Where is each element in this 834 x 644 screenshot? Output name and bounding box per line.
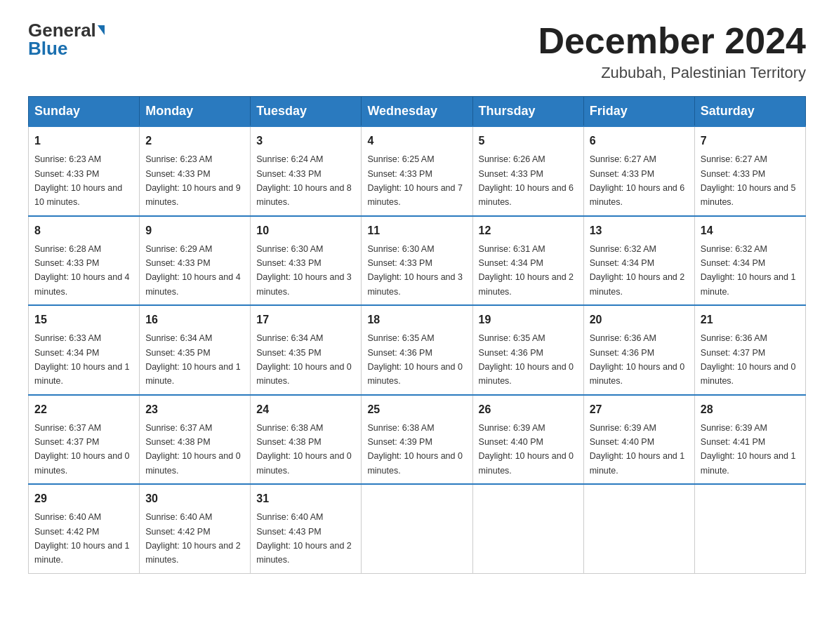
calendar-week-2: 8 Sunrise: 6:28 AMSunset: 4:33 PMDayligh… <box>29 216 806 306</box>
day-info: Sunrise: 6:39 AMSunset: 4:40 PMDaylight:… <box>590 423 685 476</box>
calendar-cell: 12 Sunrise: 6:31 AMSunset: 4:34 PMDaylig… <box>472 216 583 306</box>
calendar-cell: 4 Sunrise: 6:25 AMSunset: 4:33 PMDayligh… <box>362 126 472 216</box>
calendar-cell: 10 Sunrise: 6:30 AMSunset: 4:33 PMDaylig… <box>251 216 362 306</box>
day-info: Sunrise: 6:30 AMSunset: 4:33 PMDaylight:… <box>367 244 463 297</box>
day-number: 1 <box>34 133 133 149</box>
day-number: 9 <box>145 222 244 239</box>
day-info: Sunrise: 6:25 AMSunset: 4:33 PMDaylight:… <box>367 154 463 207</box>
calendar-cell: 23 Sunrise: 6:37 AMSunset: 4:38 PMDaylig… <box>140 395 251 485</box>
day-number: 2 <box>145 133 244 149</box>
day-info: Sunrise: 6:28 AMSunset: 4:33 PMDaylight:… <box>34 244 130 297</box>
calendar-table: SundayMondayTuesdayWednesdayThursdayFrid… <box>28 96 806 574</box>
calendar-week-5: 29 Sunrise: 6:40 AMSunset: 4:42 PMDaylig… <box>29 484 806 573</box>
logo-blue-text: Blue <box>28 39 67 58</box>
calendar-cell <box>362 484 472 573</box>
day-number: 7 <box>701 133 800 149</box>
day-info: Sunrise: 6:35 AMSunset: 4:36 PMDaylight:… <box>479 333 574 386</box>
header-day-sunday: Sunday <box>29 97 140 127</box>
calendar-cell: 2 Sunrise: 6:23 AMSunset: 4:33 PMDayligh… <box>140 126 251 216</box>
calendar-cell: 28 Sunrise: 6:39 AMSunset: 4:41 PMDaylig… <box>694 395 805 485</box>
day-number: 29 <box>34 490 133 507</box>
day-info: Sunrise: 6:37 AMSunset: 4:38 PMDaylight:… <box>145 423 241 476</box>
day-info: Sunrise: 6:27 AMSunset: 4:33 PMDaylight:… <box>701 154 796 207</box>
day-info: Sunrise: 6:33 AMSunset: 4:34 PMDaylight:… <box>34 333 130 386</box>
header-row: SundayMondayTuesdayWednesdayThursdayFrid… <box>29 97 806 127</box>
calendar-cell: 5 Sunrise: 6:26 AMSunset: 4:33 PMDayligh… <box>472 126 583 216</box>
day-number: 4 <box>367 133 466 149</box>
day-info: Sunrise: 6:38 AMSunset: 4:39 PMDaylight:… <box>367 423 463 476</box>
calendar-week-4: 22 Sunrise: 6:37 AMSunset: 4:37 PMDaylig… <box>29 395 806 485</box>
day-number: 13 <box>590 222 689 239</box>
page-header: General Blue December 2024 Zububah, Pale… <box>28 21 806 82</box>
day-number: 25 <box>367 401 466 418</box>
day-info: Sunrise: 6:30 AMSunset: 4:33 PMDaylight:… <box>256 244 352 297</box>
title-block: December 2024 Zububah, Palestinian Terri… <box>538 21 806 82</box>
month-title: December 2024 <box>538 21 806 61</box>
day-info: Sunrise: 6:34 AMSunset: 4:35 PMDaylight:… <box>145 333 241 386</box>
day-info: Sunrise: 6:23 AMSunset: 4:33 PMDaylight:… <box>145 154 241 207</box>
header-day-friday: Friday <box>583 97 694 127</box>
calendar-body: 1 Sunrise: 6:23 AMSunset: 4:33 PMDayligh… <box>29 126 806 573</box>
calendar-cell: 13 Sunrise: 6:32 AMSunset: 4:34 PMDaylig… <box>583 216 694 306</box>
calendar-cell: 29 Sunrise: 6:40 AMSunset: 4:42 PMDaylig… <box>29 484 140 573</box>
day-number: 20 <box>590 311 689 328</box>
day-number: 10 <box>256 222 355 239</box>
calendar-cell: 21 Sunrise: 6:36 AMSunset: 4:37 PMDaylig… <box>694 305 805 395</box>
day-number: 18 <box>367 311 466 328</box>
day-number: 19 <box>479 311 578 328</box>
day-number: 11 <box>367 222 466 239</box>
day-info: Sunrise: 6:27 AMSunset: 4:33 PMDaylight:… <box>590 154 685 207</box>
header-day-thursday: Thursday <box>472 97 583 127</box>
header-day-wednesday: Wednesday <box>362 97 472 127</box>
calendar-cell: 1 Sunrise: 6:23 AMSunset: 4:33 PMDayligh… <box>29 126 140 216</box>
calendar-cell: 17 Sunrise: 6:34 AMSunset: 4:35 PMDaylig… <box>251 305 362 395</box>
calendar-cell: 9 Sunrise: 6:29 AMSunset: 4:33 PMDayligh… <box>140 216 251 306</box>
logo-triangle-icon <box>98 25 105 35</box>
day-info: Sunrise: 6:40 AMSunset: 4:42 PMDaylight:… <box>34 512 130 565</box>
calendar-cell <box>694 484 805 573</box>
day-number: 16 <box>145 311 244 328</box>
day-info: Sunrise: 6:36 AMSunset: 4:37 PMDaylight:… <box>701 333 796 386</box>
calendar-cell: 27 Sunrise: 6:39 AMSunset: 4:40 PMDaylig… <box>583 395 694 485</box>
calendar-cell: 14 Sunrise: 6:32 AMSunset: 4:34 PMDaylig… <box>694 216 805 306</box>
calendar-week-3: 15 Sunrise: 6:33 AMSunset: 4:34 PMDaylig… <box>29 305 806 395</box>
calendar-cell: 31 Sunrise: 6:40 AMSunset: 4:43 PMDaylig… <box>251 484 362 573</box>
day-number: 8 <box>34 222 133 239</box>
header-day-monday: Monday <box>140 97 251 127</box>
calendar-cell: 25 Sunrise: 6:38 AMSunset: 4:39 PMDaylig… <box>362 395 472 485</box>
day-info: Sunrise: 6:37 AMSunset: 4:37 PMDaylight:… <box>34 423 130 476</box>
day-number: 6 <box>590 133 689 149</box>
day-number: 24 <box>256 401 355 418</box>
calendar-cell: 8 Sunrise: 6:28 AMSunset: 4:33 PMDayligh… <box>29 216 140 306</box>
calendar-cell: 24 Sunrise: 6:38 AMSunset: 4:38 PMDaylig… <box>251 395 362 485</box>
day-info: Sunrise: 6:39 AMSunset: 4:40 PMDaylight:… <box>479 423 574 476</box>
day-info: Sunrise: 6:29 AMSunset: 4:33 PMDaylight:… <box>145 244 241 297</box>
logo: General Blue <box>28 21 105 58</box>
calendar-cell <box>472 484 583 573</box>
calendar-cell <box>583 484 694 573</box>
day-info: Sunrise: 6:32 AMSunset: 4:34 PMDaylight:… <box>590 244 685 297</box>
header-day-saturday: Saturday <box>694 97 805 127</box>
day-number: 12 <box>479 222 578 239</box>
calendar-cell: 3 Sunrise: 6:24 AMSunset: 4:33 PMDayligh… <box>251 126 362 216</box>
calendar-week-1: 1 Sunrise: 6:23 AMSunset: 4:33 PMDayligh… <box>29 126 806 216</box>
day-number: 26 <box>479 401 578 418</box>
day-info: Sunrise: 6:40 AMSunset: 4:42 PMDaylight:… <box>145 512 241 565</box>
calendar-cell: 18 Sunrise: 6:35 AMSunset: 4:36 PMDaylig… <box>362 305 472 395</box>
day-info: Sunrise: 6:31 AMSunset: 4:34 PMDaylight:… <box>479 244 574 297</box>
day-number: 30 <box>145 490 244 507</box>
day-number: 17 <box>256 311 355 328</box>
location-title: Zububah, Palestinian Territory <box>538 64 806 82</box>
day-info: Sunrise: 6:32 AMSunset: 4:34 PMDaylight:… <box>701 244 796 297</box>
calendar-cell: 26 Sunrise: 6:39 AMSunset: 4:40 PMDaylig… <box>472 395 583 485</box>
logo-general-text: General <box>28 21 96 39</box>
day-number: 31 <box>256 490 355 507</box>
calendar-cell: 22 Sunrise: 6:37 AMSunset: 4:37 PMDaylig… <box>29 395 140 485</box>
day-info: Sunrise: 6:26 AMSunset: 4:33 PMDaylight:… <box>479 154 574 207</box>
day-info: Sunrise: 6:24 AMSunset: 4:33 PMDaylight:… <box>256 154 352 207</box>
day-number: 5 <box>479 133 578 149</box>
day-info: Sunrise: 6:35 AMSunset: 4:36 PMDaylight:… <box>367 333 463 386</box>
day-number: 22 <box>34 401 133 418</box>
day-number: 14 <box>701 222 800 239</box>
day-info: Sunrise: 6:40 AMSunset: 4:43 PMDaylight:… <box>256 512 352 565</box>
